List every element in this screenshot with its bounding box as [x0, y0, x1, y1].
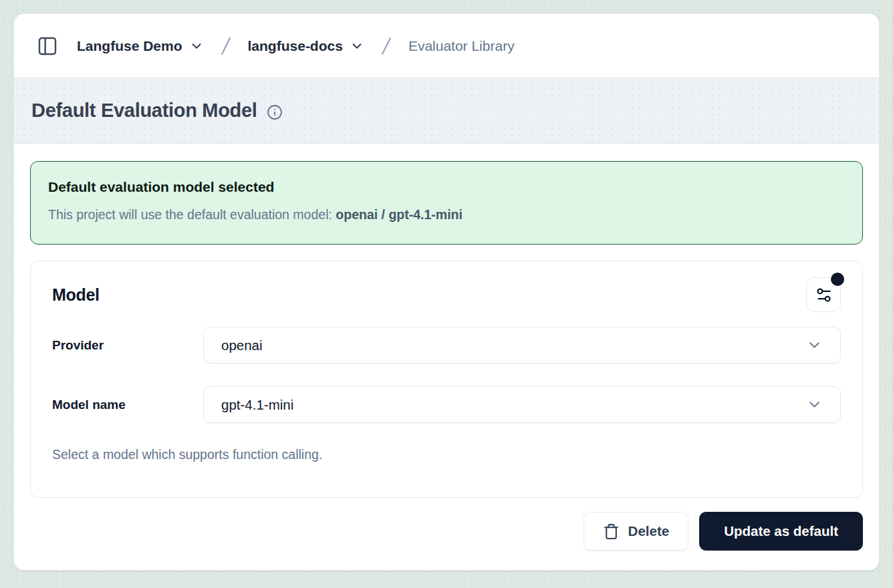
- model-card-title: Model: [52, 277, 100, 312]
- update-as-default-button[interactable]: Update as default: [699, 512, 863, 551]
- breadcrumb-org-label: Langfuse Demo: [77, 38, 182, 54]
- default-model-banner: Default evaluation model selected This p…: [30, 161, 863, 245]
- provider-select-value: openai: [221, 337, 806, 353]
- model-name-label: Model name: [52, 398, 203, 412]
- main-content: Default evaluation model selected This p…: [14, 144, 879, 570]
- breadcrumb-page-link[interactable]: Evaluator Library: [406, 34, 517, 58]
- delete-button-label: Delete: [628, 523, 670, 539]
- notification-dot: [831, 273, 844, 286]
- breadcrumb-page-label: Evaluator Library: [408, 38, 515, 54]
- chevron-down-icon: [806, 396, 823, 413]
- sliders-icon: [815, 286, 833, 304]
- app-window: Langfuse Demo langfuse-docs Evaluator Li…: [13, 13, 880, 571]
- sidebar-toggle-button[interactable]: [33, 31, 62, 61]
- model-card-header: Model: [52, 277, 841, 312]
- model-card: Model Provider openai: [30, 261, 863, 498]
- chevron-down-icon: [189, 39, 204, 53]
- provider-row: Provider openai: [52, 327, 841, 363]
- chevron-down-icon: [806, 337, 823, 353]
- panel-left-icon: [37, 35, 58, 57]
- update-button-label: Update as default: [724, 523, 838, 539]
- breadcrumb-separator: [379, 35, 394, 57]
- page-title: Default Evaluation Model: [31, 100, 257, 122]
- banner-body: This project will use the default evalua…: [48, 207, 845, 223]
- banner-model-name: openai / gpt-4.1-mini: [336, 207, 463, 222]
- breadcrumb-project-dropdown[interactable]: langfuse-docs: [245, 34, 367, 58]
- provider-select[interactable]: openai: [203, 327, 841, 363]
- delete-button[interactable]: Delete: [584, 512, 689, 551]
- page-header: Default Evaluation Model: [14, 78, 879, 144]
- model-name-select-value: gpt-4.1-mini: [221, 397, 806, 413]
- model-advanced-settings-button[interactable]: [806, 277, 841, 312]
- model-name-select[interactable]: gpt-4.1-mini: [203, 386, 841, 423]
- breadcrumb-project-label: langfuse-docs: [248, 38, 343, 54]
- breadcrumb-separator: [219, 35, 233, 57]
- model-helper-text: Select a model which supports function c…: [52, 447, 841, 462]
- info-icon[interactable]: [267, 104, 283, 120]
- trash-icon: [603, 523, 620, 540]
- provider-label: Provider: [52, 338, 203, 353]
- banner-title: Default evaluation model selected: [48, 179, 845, 195]
- breadcrumb-bar: Langfuse Demo langfuse-docs Evaluator Li…: [14, 14, 879, 78]
- banner-body-text: This project will use the default evalua…: [48, 207, 336, 222]
- actions-row: Delete Update as default: [30, 512, 863, 551]
- breadcrumb-org-dropdown[interactable]: Langfuse Demo: [74, 34, 207, 58]
- model-name-row: Model name gpt-4.1-mini: [52, 386, 841, 423]
- chevron-down-icon: [350, 39, 364, 53]
